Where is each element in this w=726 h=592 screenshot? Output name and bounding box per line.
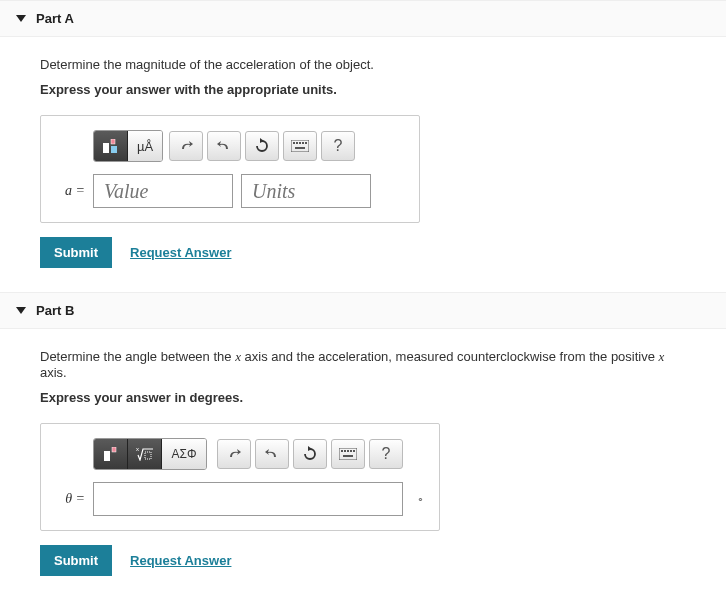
svg-rect-14 (339, 448, 357, 460)
radical-icon: x (136, 447, 154, 461)
radical-button[interactable]: x (128, 439, 162, 469)
part-a-input-row: a = (55, 174, 405, 208)
redo-button[interactable] (255, 439, 289, 469)
svg-rect-7 (302, 142, 304, 144)
help-button[interactable]: ? (321, 131, 355, 161)
part-a-body: Determine the magnitude of the accelerat… (0, 37, 726, 292)
part-a-instruction: Express your answer with the appropriate… (40, 82, 686, 97)
svg-rect-4 (293, 142, 295, 144)
svg-rect-8 (305, 142, 307, 144)
template-button[interactable] (94, 131, 128, 161)
part-b-answer-box: x ΑΣΦ ? θ = ∘ (40, 423, 440, 531)
reset-icon (254, 138, 270, 154)
redo-button[interactable] (207, 131, 241, 161)
svg-rect-0 (103, 143, 109, 153)
keyboard-button[interactable] (331, 439, 365, 469)
svg-rect-13 (145, 452, 151, 459)
svg-text:x: x (136, 447, 139, 452)
svg-rect-11 (112, 447, 116, 452)
keyboard-icon (291, 140, 309, 152)
svg-rect-15 (341, 450, 343, 452)
part-a-title: Part A (36, 11, 74, 26)
svg-rect-1 (111, 139, 115, 144)
collapse-icon (16, 307, 26, 314)
template-group: µÅ (93, 130, 163, 162)
undo-button[interactable] (217, 439, 251, 469)
part-b-var-label: θ = (55, 491, 85, 507)
part-b-header[interactable]: Part B (0, 292, 726, 329)
request-answer-link[interactable]: Request Answer (130, 553, 231, 568)
help-button[interactable]: ? (369, 439, 403, 469)
redo-icon (264, 447, 280, 461)
part-b-title: Part B (36, 303, 74, 318)
svg-rect-9 (295, 147, 305, 149)
part-b-toolbar: x ΑΣΦ ? (93, 438, 425, 470)
value-input[interactable] (93, 174, 233, 208)
greek-button[interactable]: ΑΣΦ (162, 439, 206, 469)
redo-icon (216, 139, 232, 153)
svg-rect-2 (111, 146, 117, 153)
undo-button[interactable] (169, 131, 203, 161)
svg-rect-6 (299, 142, 301, 144)
reset-button[interactable] (245, 131, 279, 161)
part-a-header[interactable]: Part A (0, 0, 726, 37)
svg-rect-19 (353, 450, 355, 452)
q-suffix: axis. (40, 365, 67, 380)
part-b-body: Determine the angle between the x axis a… (0, 329, 726, 592)
submit-button[interactable]: Submit (40, 545, 112, 576)
q-mid: axis and the acceleration, measured coun… (241, 349, 659, 364)
svg-rect-10 (104, 451, 110, 461)
units-button[interactable]: µÅ (128, 131, 162, 161)
part-a-toolbar: µÅ ? (93, 130, 405, 162)
part-a-actions: Submit Request Answer (40, 237, 686, 268)
svg-rect-20 (343, 455, 353, 457)
template-icon (103, 139, 119, 153)
keyboard-icon (339, 448, 357, 460)
theta-input[interactable] (93, 482, 403, 516)
q-prefix: Determine the angle between the (40, 349, 235, 364)
degree-symbol: ∘ (417, 493, 424, 506)
units-input[interactable] (241, 174, 371, 208)
svg-rect-18 (350, 450, 352, 452)
undo-icon (226, 447, 242, 461)
svg-rect-3 (291, 140, 309, 152)
part-b-question: Determine the angle between the x axis a… (40, 349, 686, 380)
reset-icon (302, 446, 318, 462)
template-icon (104, 447, 118, 461)
request-answer-link[interactable]: Request Answer (130, 245, 231, 260)
reset-button[interactable] (293, 439, 327, 469)
part-b-input-row: θ = ∘ (55, 482, 425, 516)
q-var2: x (659, 349, 665, 364)
part-a-var-label: a = (55, 183, 85, 199)
svg-rect-16 (344, 450, 346, 452)
part-a-question: Determine the magnitude of the accelerat… (40, 57, 686, 72)
keyboard-button[interactable] (283, 131, 317, 161)
collapse-icon (16, 15, 26, 22)
submit-button[interactable]: Submit (40, 237, 112, 268)
part-a-answer-box: µÅ ? a = (40, 115, 420, 223)
template-button[interactable] (94, 439, 128, 469)
part-b-instruction: Express your answer in degrees. (40, 390, 686, 405)
template-group: x ΑΣΦ (93, 438, 207, 470)
svg-rect-5 (296, 142, 298, 144)
undo-icon (178, 139, 194, 153)
svg-rect-17 (347, 450, 349, 452)
part-b-actions: Submit Request Answer (40, 545, 686, 576)
